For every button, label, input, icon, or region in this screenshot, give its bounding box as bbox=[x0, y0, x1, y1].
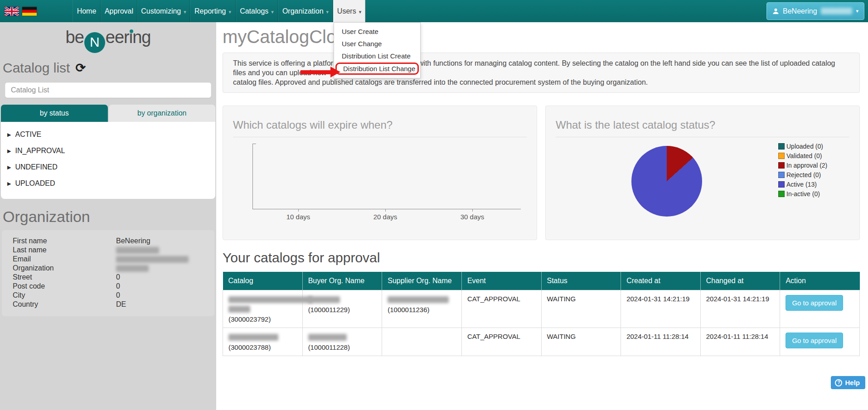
tab-by-organization[interactable]: by organization bbox=[109, 105, 216, 122]
table-header-row: Catalog Buyer Org. Name Supplier Org. Na… bbox=[223, 272, 860, 290]
legend-label: Active (13) bbox=[786, 181, 817, 188]
nav-item-home[interactable]: Home bbox=[73, 0, 101, 22]
x-axis-label: 30 days bbox=[461, 213, 485, 221]
cell-action: Go to approval bbox=[780, 290, 860, 328]
catalog-list-search-input[interactable] bbox=[5, 82, 211, 98]
sidebar: beNeering Catalog list ⟳ by status by or… bbox=[0, 22, 216, 410]
cell-event: CAT_APPROVAL bbox=[461, 328, 541, 356]
cell-buyer-org: (1000011229) bbox=[302, 290, 382, 328]
supplier-org-id: (1000011236) bbox=[388, 306, 456, 314]
catalog-list-title: Catalog list bbox=[3, 60, 70, 76]
nav-item-approval[interactable]: Approval bbox=[101, 0, 137, 22]
logo-text: be bbox=[66, 28, 84, 47]
cell-supplier-org: (1000011236) bbox=[382, 290, 462, 328]
go-to-approval-button[interactable]: Go to approval bbox=[786, 333, 843, 348]
col-status: Status bbox=[541, 272, 621, 290]
nav-label: Reporting bbox=[194, 7, 226, 15]
org-field-post-code: Post code0 bbox=[2, 282, 214, 291]
legend-label: Uploaded (0) bbox=[786, 143, 823, 150]
menu-item-user-change[interactable]: User Change bbox=[334, 38, 420, 50]
nav-item-customizing[interactable]: Customizing▾ bbox=[137, 0, 190, 22]
caret-down-icon: ▾ bbox=[856, 8, 858, 14]
cell-status: WAITING bbox=[541, 290, 621, 328]
expand-triangle-icon: ▶ bbox=[7, 132, 11, 138]
expand-triangle-icon: ▶ bbox=[7, 148, 11, 154]
tab-by-status[interactable]: by status bbox=[1, 105, 108, 122]
nav-label: Home bbox=[77, 7, 97, 15]
status-item-undefined[interactable]: ▶UNDEFINED bbox=[1, 159, 215, 175]
annotation-arrow-head bbox=[330, 67, 340, 77]
go-to-approval-button[interactable]: Go to approval bbox=[786, 295, 843, 311]
question-icon: ? bbox=[835, 379, 842, 386]
field-value: BeNeering bbox=[116, 236, 214, 246]
pie-legend: Uploaded (0) Validated (0) In approval (… bbox=[778, 143, 827, 200]
legend-label: Validated (0) bbox=[786, 152, 822, 159]
cell-event: CAT_APPROVAL bbox=[461, 290, 541, 328]
nav-item-organization[interactable]: Organization▾ bbox=[278, 0, 333, 22]
redacted-catalog-name bbox=[228, 306, 250, 313]
cell-changed-at: 2024-01-11 11:28:14 bbox=[700, 328, 780, 356]
nav-item-reporting[interactable]: Reporting▾ bbox=[190, 0, 236, 22]
org-field-email: Email bbox=[2, 255, 214, 264]
redacted-org-name bbox=[308, 334, 347, 341]
page-title: myCatalogCloud bbox=[223, 27, 860, 47]
org-field-street: Street0 bbox=[2, 273, 214, 282]
cell-status: WAITING bbox=[541, 328, 621, 356]
help-button[interactable]: ? Help bbox=[831, 376, 865, 389]
field-value-redacted bbox=[116, 264, 214, 273]
legend-label: In-active (0) bbox=[786, 190, 820, 198]
expiry-chart-panel: Which catalogs will expire when? 10 days… bbox=[223, 106, 537, 240]
col-catalog: Catalog bbox=[223, 272, 303, 290]
refresh-icon[interactable]: ⟳ bbox=[75, 62, 86, 74]
organization-section-title: Organization bbox=[3, 208, 216, 226]
description-line: catalog files. Approved and published ca… bbox=[233, 77, 849, 87]
nav-label: Customizing bbox=[141, 7, 181, 15]
field-value: DE bbox=[116, 300, 214, 309]
col-buyer-org: Buyer Org. Name bbox=[302, 272, 382, 290]
annotation-arrow-shaft bbox=[301, 70, 330, 74]
field-label: Email bbox=[2, 255, 116, 264]
field-label: Street bbox=[2, 273, 116, 282]
org-field-first-name: First nameBeNeering bbox=[2, 236, 214, 246]
status-label: ACTIVE bbox=[15, 130, 41, 139]
status-item-active[interactable]: ▶ACTIVE bbox=[1, 126, 215, 143]
table-row: (3000023792) (1000011229) (1000011236) C… bbox=[223, 290, 860, 328]
cell-catalog: (3000023788) bbox=[223, 328, 303, 356]
nav-item-catalogs[interactable]: Catalogs▾ bbox=[236, 0, 278, 22]
field-value-redacted bbox=[116, 246, 214, 255]
catalog-status-chart-title: What is the latest catalog status? bbox=[556, 119, 849, 137]
field-label: First name bbox=[2, 236, 116, 246]
logo-text: ng bbox=[132, 28, 150, 47]
buyer-org-id: (1000011228) bbox=[308, 343, 377, 351]
approval-table-title: Your catalogs for approval bbox=[223, 250, 860, 265]
col-created-at: Created at bbox=[621, 272, 701, 290]
cell-supplier-org bbox=[382, 328, 462, 356]
caret-down-icon: ▾ bbox=[326, 9, 329, 14]
legend-swatch bbox=[778, 172, 785, 178]
redacted-org-name bbox=[308, 296, 340, 303]
nav-item-users[interactable]: Users▾ bbox=[333, 0, 365, 22]
menu-item-distribution-list-create[interactable]: Distribution List Create bbox=[334, 50, 420, 62]
legend-swatch bbox=[778, 181, 785, 188]
catalog-id: (3000023788) bbox=[228, 343, 297, 351]
status-item-uploaded[interactable]: ▶UPLOADED bbox=[1, 175, 215, 192]
germany-flag-icon[interactable] bbox=[22, 7, 37, 16]
status-item-in-approval[interactable]: ▶IN_APPROVAL bbox=[1, 143, 215, 159]
menu-item-user-create[interactable]: User Create bbox=[334, 25, 420, 38]
logo-n-circle-icon: N bbox=[84, 32, 105, 53]
nav-label: Organization bbox=[282, 7, 324, 15]
cell-buyer-org: (1000011228) bbox=[302, 328, 382, 356]
user-account-button[interactable]: BeNeering ▾ bbox=[766, 2, 864, 20]
menu-item-distribution-list-change[interactable]: Distribution List Change bbox=[335, 63, 419, 75]
field-label: Organization bbox=[2, 264, 116, 273]
redacted-catalog-name bbox=[228, 296, 312, 303]
col-supplier-org: Supplier Org. Name bbox=[382, 272, 462, 290]
status-label: IN_APPROVAL bbox=[15, 147, 65, 155]
uk-flag-icon[interactable] bbox=[5, 7, 19, 16]
field-value: 0 bbox=[116, 273, 214, 282]
cell-catalog: (3000023792) bbox=[223, 290, 303, 328]
status-list-panel: ▶ACTIVE ▶IN_APPROVAL ▶UNDEFINED ▶UPLOADE… bbox=[1, 122, 215, 199]
logo-text: eer bbox=[106, 28, 129, 47]
status-label: UNDEFINED bbox=[15, 163, 57, 171]
user-button-label: BeNeering bbox=[783, 7, 817, 15]
